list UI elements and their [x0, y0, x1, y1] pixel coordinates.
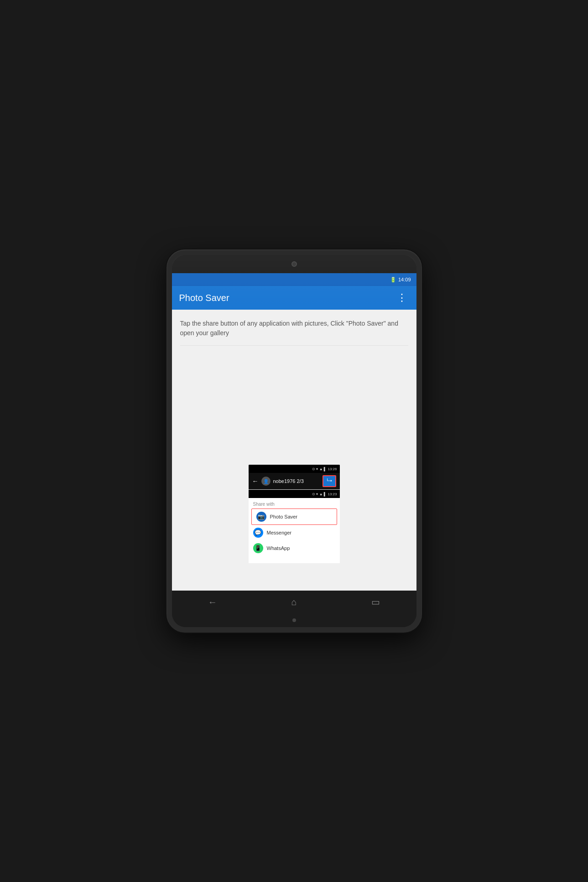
share-button-highlighted[interactable]: ⮡ Share	[323, 475, 336, 487]
screenshot-top-time: 13:26	[328, 467, 337, 471]
screenshot-top-icons: ⊙ ▾ ▲ ▌	[312, 467, 326, 471]
battery-icon: 🔋	[390, 277, 396, 283]
status-bar: 🔋 14:09	[172, 273, 416, 286]
app-title: Photo Saver	[179, 293, 395, 303]
whatsapp-icon: 📱	[253, 543, 263, 553]
photo-saver-glyph: 📷	[258, 514, 265, 520]
share-with-label: Share with	[249, 498, 340, 508]
instruction-text: Tap the share button of any application …	[180, 319, 408, 346]
back-arrow-icon: ←	[252, 477, 259, 485]
home-nav-icon: ⌂	[291, 597, 297, 607]
screenshot-top-toolbar: ← 👤 nobe1976 2/3 ⮡ Share	[249, 473, 340, 489]
screen: 🔋 14:09 Photo Saver ⋮ Tap the share butt…	[172, 273, 416, 613]
screenshot-illustration: ⊙ ▾ ▲ ▌ 13:26 ← 👤 nobe1976 2/3 ⮡ Share	[249, 465, 340, 563]
share-icon: ⮡	[327, 478, 332, 484]
whatsapp-glyph: 📱	[255, 545, 261, 551]
status-bar-right: 🔋 14:09	[390, 277, 411, 283]
home-dot	[292, 618, 296, 622]
app-bar: Photo Saver ⋮	[172, 286, 416, 310]
recents-nav-icon: ▭	[371, 597, 380, 607]
tablet-device: 🔋 14:09 Photo Saver ⋮ Tap the share butt…	[167, 249, 422, 633]
user-icon-glyph: 👤	[263, 479, 269, 484]
screenshot-bottom-statusbar: ⊙ ▾ ▲ ▌ 13:23	[249, 490, 340, 498]
share-option-whatsapp[interactable]: 📱 WhatsApp	[249, 540, 340, 556]
recents-nav-button[interactable]: ▭	[366, 593, 385, 611]
device-inner: 🔋 14:09 Photo Saver ⋮ Tap the share butt…	[172, 255, 416, 627]
messenger-glyph: 💬	[255, 529, 261, 536]
status-time: 14:09	[398, 277, 411, 282]
photo-saver-label: Photo Saver	[270, 514, 298, 519]
messenger-icon: 💬	[253, 528, 263, 538]
screenshot-bottom-time: 13:23	[328, 492, 337, 496]
camera-lens	[291, 261, 297, 267]
screenshot-bottom-icons: ⊙ ▾ ▲ ▌	[312, 492, 326, 496]
screenshot-image-viewer: ⊙ ▾ ▲ ▌ 13:26 ← 👤 nobe1976 2/3 ⮡ Share	[249, 465, 340, 489]
home-nav-button[interactable]: ⌂	[285, 593, 303, 611]
user-avatar-small: 👤	[261, 477, 271, 486]
share-option-photo-saver[interactable]: 📷 Photo Saver	[251, 508, 337, 525]
screenshot-top-statusbar: ⊙ ▾ ▲ ▌ 13:26	[249, 465, 340, 473]
username-text: nobe1976 2/3	[273, 478, 320, 484]
device-top-bar	[172, 255, 416, 273]
messenger-label: Messenger	[267, 530, 291, 535]
content-area: Tap the share button of any application …	[172, 310, 416, 591]
nav-bar: ← ⌂ ▭	[172, 591, 416, 613]
screenshot-share-sheet: ⊙ ▾ ▲ ▌ 13:23 Share with 📷 Photo Saver	[249, 489, 340, 563]
back-nav-icon: ←	[208, 597, 217, 607]
photo-saver-icon: 📷	[256, 512, 266, 522]
more-options-button[interactable]: ⋮	[395, 291, 409, 305]
back-nav-button[interactable]: ←	[203, 593, 222, 611]
device-bottom	[172, 613, 416, 627]
whatsapp-label: WhatsApp	[267, 545, 290, 551]
share-option-messenger[interactable]: 💬 Messenger	[249, 525, 340, 540]
